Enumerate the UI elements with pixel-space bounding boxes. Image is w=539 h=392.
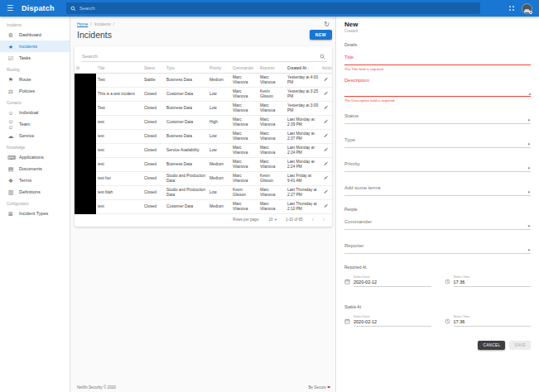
stable-date-field[interactable]: Select Date 2020-02-12 — [344, 315, 431, 327]
actions-cell[interactable] — [320, 157, 332, 171]
status-cell: Stable — [142, 74, 165, 88]
rows-per-page-select[interactable]: 10 ▾ — [269, 218, 277, 222]
calendar-icon — [344, 279, 350, 284]
reporter-cell: Marc Vilanova — [258, 185, 286, 199]
global-search[interactable] — [66, 2, 480, 14]
sidebar-item-documents[interactable]: ▤Documents — [0, 163, 70, 174]
table-row[interactable]: TestClosedBusiness DataLowMarc VilanovaM… — [75, 101, 332, 115]
chevron-down-icon: ▾ — [275, 218, 277, 222]
edit-pencil-icon[interactable] — [324, 119, 329, 124]
column-header-created-at[interactable]: Created At ↓ — [286, 64, 320, 74]
status-cell: Closed — [142, 157, 165, 171]
sidebar-item-dashboard[interactable]: ⚙Dashboard — [0, 29, 70, 41]
save-button[interactable]: SAVE — [509, 341, 531, 350]
status-cell: Closed — [142, 129, 165, 143]
priority-select[interactable]: Priority ▾ — [344, 161, 531, 172]
status-cell: Closed — [142, 143, 165, 157]
table-row[interactable]: This is a test incidentClosedCustomer Da… — [75, 87, 332, 101]
actions-cell[interactable] — [320, 115, 332, 129]
sidebar-item-incidents[interactable]: ★Incidents — [0, 41, 70, 52]
table-row[interactable]: testClosedBusiness DataLowMarc VilanovaM… — [75, 129, 332, 143]
sidebar-item-individual[interactable]: ☺Individual — [0, 107, 70, 118]
column-header-reporter[interactable]: Reporter — [258, 64, 286, 74]
edit-pencil-icon[interactable] — [324, 133, 329, 138]
edit-pencil-icon[interactable] — [324, 203, 329, 208]
reported-date-value: 2020-02-12 — [354, 279, 431, 287]
sidebar-item-service[interactable]: ☁Service — [0, 130, 70, 141]
edit-pencil-icon[interactable] — [324, 147, 329, 152]
sidebar-item-terms[interactable]: ❖Terms — [0, 174, 70, 186]
previous-page-icon[interactable]: ‹ — [312, 218, 314, 223]
sidebar-item-tasks[interactable]: ☑Tasks — [0, 52, 70, 64]
chevron-down-icon: ▾ — [527, 248, 530, 252]
new-incident-button[interactable]: NEW — [310, 30, 332, 40]
table-row[interactable]: TestStableBusiness DataMediumMarc Vilano… — [75, 74, 332, 88]
title-field[interactable]: Title The Title field is required — [344, 55, 531, 71]
sidebar-item-applications[interactable]: ⌨Applications — [0, 151, 70, 163]
menu-icon[interactable]: ☰ — [7, 5, 13, 12]
stable-time-field[interactable]: Select Time 17:36 — [445, 315, 532, 327]
breadcrumb-current: Incidents — [94, 22, 111, 26]
table-search-input[interactable] — [81, 52, 327, 62]
star-icon: ★ — [7, 44, 14, 50]
column-header-status[interactable]: Status — [142, 64, 165, 74]
table-row[interactable]: testClosedService AvailabilityLowMarc Vi… — [75, 143, 332, 157]
actions-cell[interactable] — [320, 101, 332, 115]
refresh-icon[interactable]: ↻ — [324, 21, 330, 28]
table-row[interactable]: test fooClosedStudio and Production Data… — [75, 171, 332, 185]
resize-handle-icon[interactable] — [528, 93, 531, 95]
global-search-input[interactable] — [79, 6, 476, 11]
column-header-title[interactable]: Title — [96, 64, 142, 74]
avatar[interactable] — [522, 3, 532, 14]
reported-time-field[interactable]: Select Time 17:36 — [445, 275, 532, 287]
sidebar-item-route[interactable]: ⚑Route — [0, 74, 70, 85]
sidebar-item-definitions[interactable]: ▥Definitions — [0, 186, 70, 198]
actions-cell[interactable] — [320, 129, 332, 143]
actions-cell[interactable] — [320, 87, 332, 101]
type-select[interactable]: Type ▾ — [344, 137, 531, 148]
edit-pencil-icon[interactable] — [324, 105, 329, 110]
apps-grid-icon[interactable] — [508, 5, 515, 12]
cancel-button[interactable]: CANCEL — [478, 341, 505, 350]
actions-cell[interactable] — [320, 185, 332, 199]
table-row[interactable]: testClosedBusiness DataMediumMarc Vilano… — [75, 157, 332, 171]
table-row[interactable]: testClosedCustomer DataMediumMarc Vilano… — [75, 199, 332, 213]
actions-cell[interactable] — [320, 171, 332, 185]
column-header-id[interactable]: Id — [75, 64, 96, 74]
actions-cell[interactable] — [320, 74, 332, 88]
status-cell: Closed — [142, 101, 165, 115]
column-header-type[interactable]: Type — [165, 64, 208, 74]
breadcrumb-home-link[interactable]: Home — [77, 22, 88, 26]
edit-pencil-icon[interactable] — [324, 91, 329, 96]
title-cell: test foo — [96, 171, 142, 185]
table-row[interactable]: testClosedCustomer DataHighMarc Vilanova… — [75, 115, 332, 129]
column-header-priority[interactable]: Priority — [208, 64, 231, 74]
footer-copyright: Netflix Security © 2020 — [77, 385, 116, 390]
terms-icon: ❖ — [7, 178, 14, 184]
sidebar-section-label: Contacts — [0, 97, 70, 107]
commander-select[interactable]: Commander ▾ — [344, 219, 531, 230]
reported-date-field[interactable]: Select Date 2020-02-12 — [344, 275, 431, 287]
edit-pencil-icon[interactable] — [324, 175, 329, 180]
status-select[interactable]: Status ▾ — [344, 113, 531, 124]
created-at-cell: Yesterday at 3:09 PM — [286, 101, 320, 115]
sidebar-item-team[interactable]: ☺☺Team — [0, 118, 70, 130]
sidebar-item-incident-types[interactable]: ⊠Incident Types — [0, 208, 70, 219]
edit-pencil-icon[interactable] — [324, 77, 329, 82]
description-field[interactable]: Description The Description field is req… — [344, 78, 531, 103]
edit-pencil-icon[interactable] — [324, 189, 329, 194]
edit-pencil-icon[interactable] — [324, 161, 329, 166]
column-header-actions[interactable]: Actions — [320, 64, 332, 74]
next-page-icon[interactable]: › — [323, 218, 325, 223]
people-icon: ☺☺ — [7, 118, 14, 130]
page-title: Incidents — [77, 30, 112, 40]
reporter-select[interactable]: Reporter ▾ — [344, 243, 531, 254]
table-row[interactable]: test blahClosedStudio and Production Dat… — [75, 185, 332, 199]
terms-select[interactable]: Add some terms ▾ — [344, 185, 531, 196]
sidebar-item-policies[interactable]: ⚖Policies — [0, 85, 70, 97]
actions-cell[interactable] — [320, 199, 332, 213]
actions-cell[interactable] — [320, 143, 332, 157]
sidebar-item-label: Route — [19, 77, 31, 82]
column-header-commander[interactable]: Commander — [231, 64, 258, 74]
title-cell: test blah — [96, 185, 142, 199]
